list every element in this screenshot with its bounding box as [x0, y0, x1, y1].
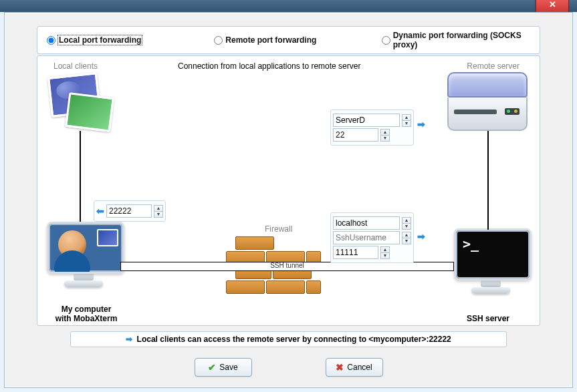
- arrow-right-icon: ➡: [417, 119, 425, 130]
- footnote-text: Local clients can access the remote serv…: [137, 335, 451, 344]
- arrow-right-icon: ➡: [126, 335, 132, 344]
- firewall-label: Firewall: [265, 224, 292, 234]
- arrow-right-icon: ➡: [417, 231, 425, 242]
- diagram: Connection from local applications to re…: [37, 55, 540, 326]
- remote-server-icon: [447, 72, 528, 131]
- mode-local-label[interactable]: Local port forwarding: [58, 35, 142, 45]
- local-clients-label: Local clients: [53, 61, 98, 71]
- check-icon: ✔: [208, 362, 216, 373]
- remote-host-input[interactable]: [333, 114, 400, 127]
- ssh-server-group: ▲▼ ▲▼ ▲▼: [330, 212, 414, 263]
- arrow-left-icon: ⬅: [96, 206, 104, 216]
- remote-server-label: Remote server: [467, 61, 520, 71]
- mode-dynamic-radio[interactable]: [382, 36, 390, 45]
- forwarded-port-input[interactable]: [106, 204, 152, 218]
- local-clients-icon: [49, 75, 113, 128]
- my-computer-label-2: with MobaXterm: [55, 314, 118, 323]
- ssh-user-spinner[interactable]: ▲▼: [402, 232, 411, 244]
- mode-remote-radio[interactable]: [214, 36, 223, 45]
- save-button[interactable]: ✔Save: [195, 358, 252, 377]
- ssh-host-spinner[interactable]: ▲▼: [402, 217, 411, 230]
- button-row: ✔Save ✖Cancel: [5, 358, 572, 377]
- tunnel-dialog: ✕ Local port forwarding Remote port forw…: [0, 0, 577, 392]
- dialog-body: Local port forwarding Remote port forwar…: [4, 12, 573, 388]
- mode-local-radio[interactable]: [47, 36, 55, 45]
- cross-icon: ✖: [336, 362, 344, 373]
- save-button-label: Save: [219, 363, 237, 372]
- ssh-user-input[interactable]: [333, 231, 400, 244]
- ssh-server-label: SSH server: [451, 314, 525, 323]
- ssh-server-icon: >_: [454, 228, 528, 294]
- forwarded-port-group: ⬅ ▲▼: [94, 200, 166, 222]
- ssh-port-input[interactable]: [333, 246, 378, 259]
- remote-host-spinner[interactable]: ▲▼: [402, 114, 411, 127]
- footnote: ➡ Local clients can access the remote se…: [70, 331, 507, 347]
- my-computer-icon: [47, 222, 120, 287]
- ssh-port-spinner[interactable]: ▲▼: [380, 246, 390, 259]
- remote-port-input[interactable]: [333, 128, 378, 142]
- ssh-host-input[interactable]: [333, 216, 400, 230]
- mode-dynamic-label[interactable]: Dynamic port forwarding (SOCKS proxy): [393, 31, 530, 49]
- cancel-button-label: Cancel: [347, 363, 372, 372]
- remote-server-group: ▲▼ ▲▼: [330, 110, 414, 146]
- forwarding-mode-group: Local port forwarding Remote port forwar…: [37, 26, 540, 54]
- line-clients-to-mycomputer: [80, 131, 81, 222]
- my-computer-label-1: My computer: [62, 305, 112, 314]
- ssh-tunnel: SSH tunnel: [120, 262, 454, 271]
- forwarded-port-spinner[interactable]: ▲▼: [154, 205, 163, 218]
- mode-remote-label[interactable]: Remote port forwarding: [225, 35, 316, 45]
- diagram-heading: Connection from local applications to re…: [178, 61, 360, 71]
- titlebar[interactable]: ✕: [0, 0, 577, 12]
- ssh-tunnel-label: SSH tunnel: [270, 262, 304, 269]
- line-remote-to-ssh: [487, 131, 489, 230]
- cancel-button[interactable]: ✖Cancel: [326, 358, 383, 377]
- remote-port-spinner[interactable]: ▲▼: [380, 129, 390, 142]
